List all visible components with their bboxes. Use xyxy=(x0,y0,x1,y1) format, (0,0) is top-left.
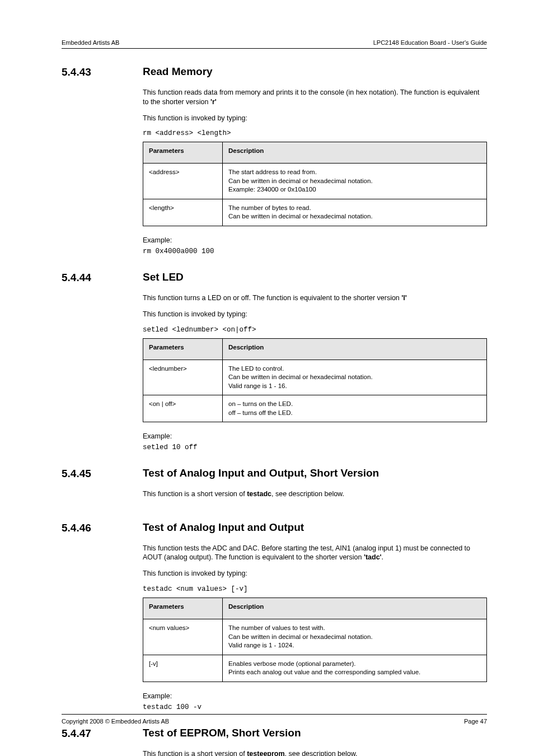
example-label: Example: xyxy=(143,432,487,440)
param-desc: on – turns on the LED. off – turns off t… xyxy=(223,395,487,422)
desc-bold: 'r' xyxy=(210,98,217,106)
footer-page-number: Page 47 xyxy=(464,718,487,725)
desc-line: The number of bytes to read. xyxy=(228,204,311,211)
section-title: Test of Analog Input and Output xyxy=(143,521,304,534)
section-content: This function is a short version of test… xyxy=(143,489,487,499)
col-header-param: Parameters xyxy=(143,598,223,619)
desc-line: The start address to read from. xyxy=(228,169,317,175)
desc-pre: This function is a short version of xyxy=(143,750,247,756)
section-description: This function turns a LED on or off. The… xyxy=(143,293,487,303)
invoke-text: This function is invoked by typing: xyxy=(143,114,487,123)
desc-pre: This function reads data from memory and… xyxy=(143,88,479,106)
section-content: This function reads data from memory and… xyxy=(143,88,487,255)
invoke-text: This function is invoked by typing: xyxy=(143,569,487,578)
doc-header-company: Embedded Artists AB xyxy=(62,39,119,46)
section-content: This function turns a LED on or off. The… xyxy=(143,293,487,451)
param-name: <length> xyxy=(143,199,223,226)
example-code: setled 10 off xyxy=(143,444,487,451)
param-name: [-v] xyxy=(143,655,223,682)
table-row: <length> The number of bytes to read. Ca… xyxy=(143,199,487,226)
footer-copyright: Copyright 2008 © Embedded Artists AB xyxy=(62,718,169,725)
section-number: 5.4.43 xyxy=(62,66,143,79)
section-5-4-44: 5.4.44 Set LED xyxy=(62,271,487,284)
page-footer: Copyright 2008 © Embedded Artists AB Pag… xyxy=(62,714,487,725)
section-number: 5.4.44 xyxy=(62,271,143,284)
section-description: This function is a short version of test… xyxy=(143,749,487,756)
param-name: <address> xyxy=(143,164,223,199)
col-header-param: Parameters xyxy=(143,142,223,164)
section-content: This function is a short version of test… xyxy=(143,749,487,756)
parameters-table: Parameters Description <lednumber> The L… xyxy=(143,338,487,423)
desc-line: Valid range is 1 - 16. xyxy=(228,382,287,389)
param-desc: The number of values to test with. Can b… xyxy=(223,619,487,655)
desc-line: The LED to control. xyxy=(228,365,284,372)
example-code: rm 0x4000a000 100 xyxy=(143,248,487,255)
desc-line: off – turns off the LED. xyxy=(228,409,293,416)
example-code: testadc 100 -v xyxy=(143,703,487,711)
desc-line: The number of values to test with. xyxy=(228,624,325,631)
section-5-4-43: 5.4.43 Read Memory xyxy=(62,66,487,79)
example-label: Example: xyxy=(143,236,487,244)
section-number: 5.4.46 xyxy=(62,521,143,535)
param-name: <num values> xyxy=(143,619,223,655)
section-title: Test of Analog Input and Output, Short V… xyxy=(143,467,379,480)
example-label: Example: xyxy=(143,692,487,700)
section-title: Read Memory xyxy=(143,66,213,78)
command-syntax: testadc <num values> [-v] xyxy=(143,585,487,593)
param-desc: The LED to control. Can be written in de… xyxy=(223,360,487,395)
section-title: Set LED xyxy=(143,271,184,284)
param-desc: Enables verbose mode (optional parameter… xyxy=(223,655,487,682)
col-header-desc: Description xyxy=(223,338,487,360)
section-description: This function reads data from memory and… xyxy=(143,88,487,107)
section-title: Test of EEPROM, Short Version xyxy=(143,727,301,740)
desc-line: Example: 234000 or 0x10a100 xyxy=(228,186,316,193)
desc-line: Can be written in decimal or hexadecimal… xyxy=(228,633,373,640)
parameters-table: Parameters Description <address> The sta… xyxy=(143,142,487,226)
header-rule xyxy=(62,48,487,49)
desc-line: Can be written in decimal or hexadecimal… xyxy=(228,374,373,380)
col-header-desc: Description xyxy=(223,142,487,164)
section-5-4-45: 5.4.45 Test of Analog Input and Output, … xyxy=(62,467,487,480)
table-row: [-v] Enables verbose mode (optional para… xyxy=(143,655,487,682)
param-name: <lednumber> xyxy=(143,360,223,395)
param-name: <on | off> xyxy=(143,395,223,422)
desc-pre: This function tests the ADC and DAC. Bef… xyxy=(143,544,470,562)
desc-line: Enables verbose mode (optional parameter… xyxy=(228,660,356,667)
invoke-text: This function is invoked by typing: xyxy=(143,310,487,319)
desc-line: Can be written in decimal or hexadecimal… xyxy=(228,178,373,184)
section-5-4-47: 5.4.47 Test of EEPROM, Short Version xyxy=(62,727,487,740)
desc-bold: 'tadc' xyxy=(364,553,382,561)
desc-post: , see description below. xyxy=(271,490,344,498)
col-header-param: Parameters xyxy=(143,338,223,360)
section-number: 5.4.45 xyxy=(62,467,143,480)
table-row: <num values> The number of values to tes… xyxy=(143,619,487,655)
section-number: 5.4.47 xyxy=(62,727,143,740)
section-description: This function is a short version of test… xyxy=(143,489,487,499)
footer-rule xyxy=(62,714,487,715)
param-desc: The number of bytes to read. Can be writ… xyxy=(223,199,487,226)
section-description: This function tests the ADC and DAC. Bef… xyxy=(143,544,487,563)
table-row: <lednumber> The LED to control. Can be w… xyxy=(143,360,487,395)
param-desc: The start address to read from. Can be w… xyxy=(223,164,487,199)
table-row: <on | off> on – turns on the LED. off – … xyxy=(143,395,487,422)
desc-post: . xyxy=(382,553,383,561)
desc-post: , see description below. xyxy=(285,750,358,756)
command-syntax: setled <lednumber> <on|off> xyxy=(143,326,487,334)
desc-line: Valid range is 1 - 1024. xyxy=(228,642,294,648)
desc-bold: testadc xyxy=(247,490,271,498)
parameters-table: Parameters Description <num values> The … xyxy=(143,598,487,682)
desc-pre: This function turns a LED on or off. The… xyxy=(143,294,401,302)
table-header-row: Parameters Description xyxy=(143,142,487,164)
doc-header-title: LPC2148 Education Board - User's Guide xyxy=(373,39,487,46)
section-5-4-46: 5.4.46 Test of Analog Input and Output xyxy=(62,521,487,535)
table-header-row: Parameters Description xyxy=(143,338,487,360)
desc-line: Prints each analog out value and the cor… xyxy=(228,669,420,675)
desc-pre: This function is a short version of xyxy=(143,490,247,498)
desc-bold: 'l' xyxy=(401,294,406,302)
desc-bold: testeeprom xyxy=(247,750,284,756)
table-row: <address> The start address to read from… xyxy=(143,164,487,199)
desc-line: on – turns on the LED. xyxy=(228,400,293,407)
desc-line: Can be written in decimal or hexadecimal… xyxy=(228,213,373,220)
table-header-row: Parameters Description xyxy=(143,598,487,619)
command-syntax: rm <address> <length> xyxy=(143,129,487,137)
